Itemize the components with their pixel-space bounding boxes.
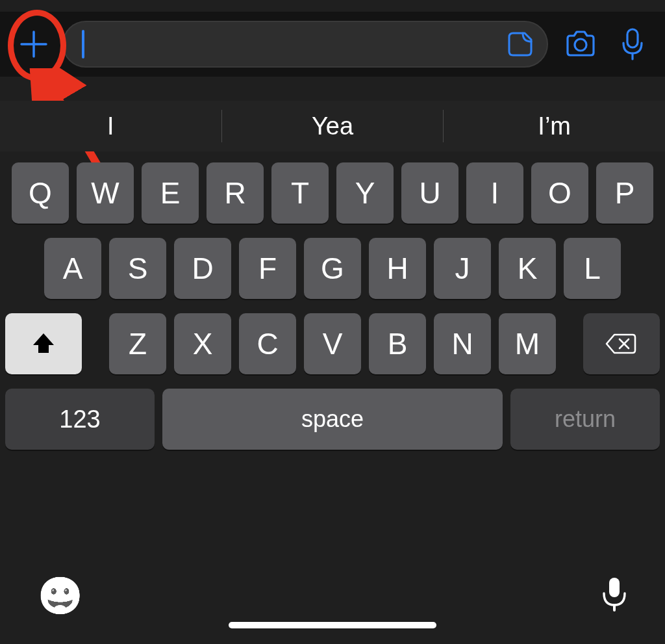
key-c[interactable]: C: [239, 313, 296, 374]
key-m[interactable]: M: [499, 313, 556, 374]
keyboard-row-1: Q W E R T Y U I O P: [5, 162, 660, 224]
suggestion-2[interactable]: Yea: [222, 112, 444, 140]
key-e[interactable]: E: [142, 162, 199, 224]
attach-plus-button[interactable]: [13, 23, 55, 65]
key-p[interactable]: P: [596, 162, 653, 224]
key-o[interactable]: O: [531, 162, 588, 224]
keyboard-row-3: Z X C V B N M: [5, 313, 660, 374]
keyboard-bottom-bar: 😀: [0, 576, 665, 615]
shift-key[interactable]: [5, 313, 82, 374]
plus-icon: [19, 29, 49, 59]
space-key[interactable]: space: [162, 389, 503, 450]
svg-rect-9: [613, 605, 616, 612]
voice-message-button[interactable]: [613, 25, 652, 64]
key-h[interactable]: H: [369, 238, 426, 299]
key-v[interactable]: V: [304, 313, 361, 374]
key-g[interactable]: G: [304, 238, 361, 299]
return-key[interactable]: return: [510, 389, 660, 450]
microphone-icon: [601, 576, 627, 613]
key-j[interactable]: J: [434, 238, 491, 299]
text-cursor: [82, 30, 84, 58]
key-r[interactable]: R: [207, 162, 264, 224]
emoji-icon: 😀: [38, 575, 83, 616]
key-u[interactable]: U: [401, 162, 458, 224]
keyboard-row-bottom: 123 space return: [5, 389, 660, 450]
dictation-button[interactable]: [601, 576, 627, 615]
key-q[interactable]: Q: [12, 162, 69, 224]
key-s[interactable]: S: [109, 238, 166, 299]
predictive-text-row: I Yea I’m: [0, 101, 665, 151]
svg-rect-8: [609, 578, 620, 597]
key-n[interactable]: N: [434, 313, 491, 374]
key-y[interactable]: Y: [336, 162, 394, 224]
backspace-key[interactable]: [583, 313, 660, 374]
camera-button[interactable]: [561, 25, 600, 64]
chat-input-bar: [0, 12, 665, 77]
key-x[interactable]: X: [174, 313, 231, 374]
svg-rect-3: [627, 29, 638, 47]
emoji-keyboard-button[interactable]: 😀: [38, 578, 83, 614]
suggestion-1[interactable]: I: [0, 112, 221, 140]
key-f[interactable]: F: [239, 238, 296, 299]
key-w[interactable]: W: [77, 162, 134, 224]
svg-point-2: [575, 39, 586, 51]
key-d[interactable]: D: [174, 238, 231, 299]
microphone-icon: [621, 27, 644, 61]
numeric-key[interactable]: 123: [5, 389, 155, 450]
key-t[interactable]: T: [271, 162, 329, 224]
backspace-icon: [605, 332, 638, 355]
sticker-button[interactable]: [507, 31, 534, 58]
onscreen-keyboard: Q W E R T Y U I O P A S D F G H J K L Z …: [0, 162, 665, 644]
key-a[interactable]: A: [44, 238, 101, 299]
home-indicator[interactable]: [229, 622, 436, 628]
message-input[interactable]: [62, 21, 548, 68]
shift-icon: [31, 331, 56, 357]
key-k[interactable]: K: [499, 238, 556, 299]
camera-icon: [564, 30, 597, 58]
key-b[interactable]: B: [369, 313, 426, 374]
sticker-icon: [507, 31, 534, 58]
key-i[interactable]: I: [466, 162, 523, 224]
key-l[interactable]: L: [564, 238, 621, 299]
keyboard-row-2: A S D F G H J K L: [5, 238, 660, 299]
key-z[interactable]: Z: [109, 313, 166, 374]
suggestion-3[interactable]: I’m: [444, 112, 665, 140]
